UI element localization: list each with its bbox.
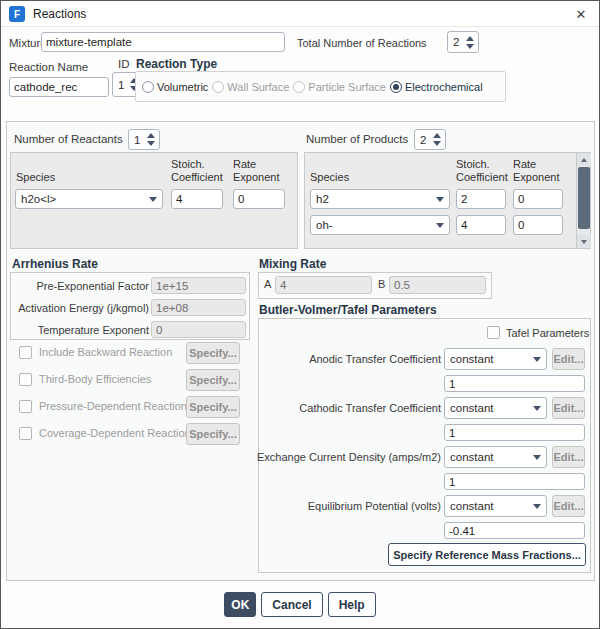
specify-third-body-button[interactable]: Specify... xyxy=(186,369,240,391)
pre-exponential-label: Pre-Exponential Factor xyxy=(11,280,149,292)
anodic-coeff-dropdown[interactable]: constant xyxy=(444,348,547,370)
equilibrium-potential-dropdown[interactable]: constant xyxy=(444,495,547,517)
num-reactants-value: 1 xyxy=(129,134,143,146)
spinner-down-icon[interactable] xyxy=(147,141,155,146)
anodic-coeff-label: Anodic Transfer Coefficient xyxy=(263,353,441,365)
exchange-current-edit-button[interactable]: Edit... xyxy=(552,446,585,468)
exchange-current-dropdown[interactable]: constant xyxy=(444,446,547,468)
third-body-label: Third-Body Efficiencies xyxy=(39,373,151,385)
equilibrium-potential-edit-button[interactable]: Edit... xyxy=(552,495,585,517)
spinner-up-icon[interactable] xyxy=(147,133,155,138)
products-col-stoich: Stoich. Coefficient xyxy=(456,158,508,184)
reactant-species-dropdown[interactable]: h2o<l> xyxy=(15,189,163,209)
exchange-current-input[interactable] xyxy=(444,473,585,490)
reaction-name-input[interactable] xyxy=(9,77,109,97)
radio-icon[interactable] xyxy=(142,81,154,93)
pressure-dependent-checkbox[interactable] xyxy=(19,400,32,413)
radio-electrochemical-label: Electrochemical xyxy=(405,81,483,93)
cathodic-coeff-label: Cathodic Transfer Coefficient xyxy=(263,402,441,414)
chevron-down-icon xyxy=(533,504,541,509)
reaction-name-label: Reaction Name xyxy=(9,61,88,73)
radio-icon[interactable] xyxy=(212,81,224,93)
mixing-a-label: A xyxy=(264,278,271,290)
num-products-spinner[interactable]: 2 xyxy=(414,129,446,150)
products-col-species: Species xyxy=(310,171,349,184)
radio-wall-surface[interactable]: Wall Surface xyxy=(212,81,289,93)
chevron-down-icon xyxy=(533,357,541,362)
cathodic-coeff-edit-button[interactable]: Edit... xyxy=(552,397,585,419)
pressure-dependent-label: Pressure-Dependent Reaction xyxy=(39,400,187,412)
total-reactions-spinner[interactable]: 2 xyxy=(447,31,479,53)
product-species-dropdown[interactable]: oh- xyxy=(310,215,450,235)
spinner-up-icon[interactable] xyxy=(433,133,441,138)
activation-energy-input[interactable] xyxy=(151,299,246,316)
radio-particle-surface-label: Particle Surface xyxy=(308,81,386,93)
specify-pressure-button[interactable]: Specify... xyxy=(186,396,240,418)
scroll-up-icon[interactable] xyxy=(577,153,591,166)
scroll-down-icon[interactable] xyxy=(577,235,591,248)
ok-button[interactable]: OK xyxy=(224,592,256,617)
chevron-down-icon xyxy=(436,197,444,202)
chevron-down-icon xyxy=(436,223,444,228)
radio-volumetric[interactable]: Volumetric xyxy=(142,81,208,93)
close-icon[interactable]: ✕ xyxy=(571,5,591,23)
include-backward-checkbox[interactable] xyxy=(19,346,32,359)
reactant-stoich-input[interactable] xyxy=(171,189,223,209)
products-scrollbar[interactable] xyxy=(576,153,590,248)
reaction-type-group: Volumetric Wall Surface Particle Surface… xyxy=(135,71,506,102)
anodic-coeff-edit-button[interactable]: Edit... xyxy=(552,348,585,370)
spinner-down-icon[interactable] xyxy=(466,44,474,49)
spinner-up-icon[interactable] xyxy=(466,36,474,41)
product-rate-exp-input[interactable] xyxy=(513,215,563,235)
num-reactants-spinner[interactable]: 1 xyxy=(128,129,160,150)
num-products-label: Number of Products xyxy=(306,133,408,145)
radio-wall-surface-label: Wall Surface xyxy=(227,81,289,93)
cancel-button[interactable]: Cancel xyxy=(261,592,322,617)
reaction-type-label: Reaction Type xyxy=(136,57,217,71)
specify-backward-button[interactable]: Specify... xyxy=(186,342,240,364)
mixing-a-input[interactable] xyxy=(275,276,372,294)
radio-icon[interactable] xyxy=(293,81,305,93)
arrhenius-title: Arrhenius Rate xyxy=(12,257,98,271)
tafel-parameters-checkbox[interactable] xyxy=(487,326,500,339)
cathodic-coeff-dropdown[interactable]: constant xyxy=(444,397,547,419)
help-button[interactable]: Help xyxy=(328,592,376,617)
reactants-col-species: Species xyxy=(16,171,55,184)
specify-coverage-button[interactable]: Specify... xyxy=(186,423,240,445)
mixing-rate-title: Mixing Rate xyxy=(259,257,326,271)
reactions-dialog: F Reactions ✕ Mixture Total Number of Re… xyxy=(0,0,600,629)
third-body-checkbox[interactable] xyxy=(19,373,32,386)
anodic-coeff-input[interactable] xyxy=(444,375,585,392)
num-reactants-label: Number of Reactants xyxy=(14,133,123,145)
product-rate-exp-input[interactable] xyxy=(513,189,563,209)
num-products-value: 2 xyxy=(415,134,429,146)
equilibrium-potential-label: Equilibrium Potential (volts) xyxy=(263,500,441,512)
radio-particle-surface[interactable]: Particle Surface xyxy=(293,81,386,93)
mixing-b-input[interactable] xyxy=(389,276,486,294)
coverage-dependent-label: Coverage-Dependent Reaction xyxy=(39,427,191,439)
spinner-down-icon[interactable] xyxy=(433,141,441,146)
window-title: Reactions xyxy=(33,7,86,21)
coverage-dependent-checkbox[interactable] xyxy=(19,427,32,440)
temperature-exponent-input[interactable] xyxy=(151,321,246,338)
pre-exponential-input[interactable] xyxy=(151,277,246,294)
scrollbar-thumb[interactable] xyxy=(578,167,590,229)
product-stoich-input[interactable] xyxy=(456,189,506,209)
cathodic-coeff-input[interactable] xyxy=(444,424,585,441)
include-backward-label: Include Backward Reaction xyxy=(39,346,172,358)
chevron-down-icon xyxy=(149,197,157,202)
temperature-exponent-label: Temperature Exponent xyxy=(11,324,149,336)
mixture-input[interactable] xyxy=(41,32,285,52)
radio-selected-icon[interactable] xyxy=(390,81,402,93)
product-species-value: oh- xyxy=(316,219,436,231)
chevron-down-icon xyxy=(533,455,541,460)
reactant-rate-exp-input[interactable] xyxy=(233,189,285,209)
footer-buttons: OK Cancel Help xyxy=(1,592,599,617)
radio-electrochemical[interactable]: Electrochemical xyxy=(390,81,483,93)
product-stoich-input[interactable] xyxy=(456,215,506,235)
product-species-dropdown[interactable]: h2 xyxy=(310,189,450,209)
equilibrium-potential-input[interactable] xyxy=(444,522,585,539)
title-bar: F Reactions ✕ xyxy=(1,1,599,27)
mixing-b-label: B xyxy=(378,278,385,290)
specify-reference-mass-fractions-button[interactable]: Specify Reference Mass Fractions... xyxy=(388,543,586,566)
